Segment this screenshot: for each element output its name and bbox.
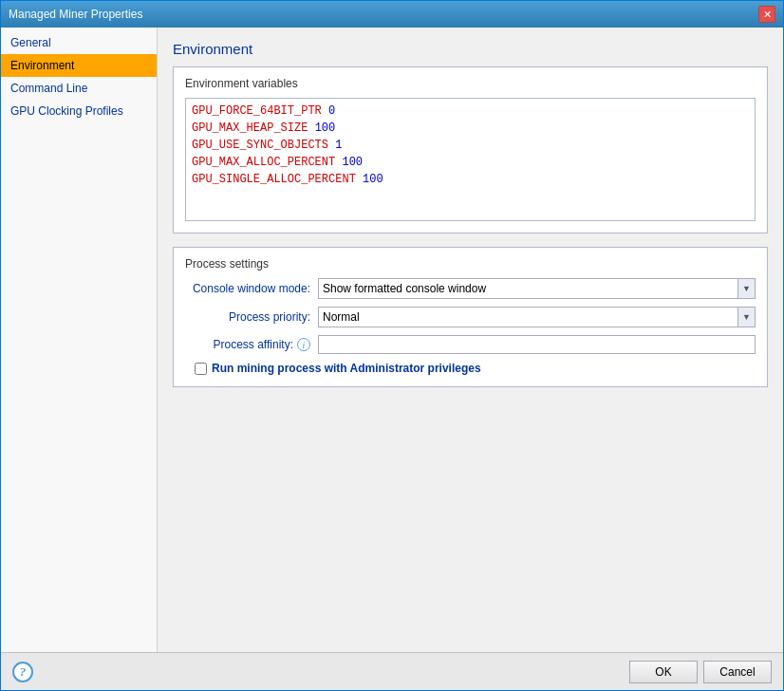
env-text-container: GPU_FORCE_64BIT_PTR 0 GPU_MAX_HEAP_SIZE … (185, 98, 756, 221)
ok-button[interactable]: OK (629, 661, 698, 683)
help-button[interactable]: ? (12, 662, 33, 682)
env-variables-title: Environment variables (185, 77, 756, 90)
window-title: Managed Miner Properties (9, 8, 142, 21)
close-button[interactable]: ✕ (758, 6, 775, 23)
env-variables-group: Environment variables GPU_FORCE_64BIT_PT… (173, 66, 768, 233)
console-window-mode-arrow: ▼ (737, 279, 755, 298)
process-affinity-row: Process affinity: i (185, 335, 756, 354)
console-window-mode-row: Console window mode: Show formatted cons… (185, 278, 756, 299)
sidebar-item-environment[interactable]: Environment (1, 54, 157, 77)
bottom-bar: ? OK Cancel (1, 652, 783, 690)
title-bar: Managed Miner Properties ✕ (1, 1, 783, 28)
env-line-2: GPU_MAX_HEAP_SIZE 100 (192, 120, 749, 137)
process-settings-group: Process settings Console window mode: Sh… (173, 247, 768, 387)
console-window-mode-label: Console window mode: (185, 282, 318, 295)
admin-privileges-checkbox[interactable] (195, 363, 207, 375)
env-line-1: GPU_FORCE_64BIT_PTR 0 (192, 103, 749, 120)
process-priority-dropdown[interactable]: Normal ▼ (318, 307, 756, 327)
console-window-mode-dropdown[interactable]: Show formatted console window ▼ (318, 278, 756, 299)
bottom-buttons: OK Cancel (629, 661, 772, 683)
process-priority-label: Process priority: (185, 310, 318, 324)
dialog-body: General Environment Command Line GPU Clo… (1, 28, 783, 652)
sidebar-item-gpu-clocking[interactable]: GPU Clocking Profiles (1, 100, 157, 122)
admin-privileges-row: Run mining process with Administrator pr… (185, 362, 756, 375)
sidebar-item-command-line[interactable]: Command Line (1, 77, 157, 100)
process-affinity-info-icon[interactable]: i (297, 338, 310, 351)
section-title: Environment (173, 41, 768, 57)
admin-privileges-label: Run mining process with Administrator pr… (212, 362, 481, 375)
process-affinity-label: Process affinity: i (185, 338, 318, 351)
main-content: Environment Environment variables GPU_FO… (158, 28, 783, 652)
env-line-5: GPU_SINGLE_ALLOC_PERCENT 100 (192, 171, 749, 188)
process-priority-row: Process priority: Normal ▼ (185, 307, 756, 327)
dialog-window: Managed Miner Properties ✕ General Envir… (0, 0, 784, 691)
process-priority-value: Normal (323, 310, 736, 324)
sidebar-item-general[interactable]: General (1, 31, 157, 54)
process-priority-arrow: ▼ (737, 308, 755, 327)
cancel-button[interactable]: Cancel (703, 661, 772, 683)
env-variables-area[interactable]: GPU_FORCE_64BIT_PTR 0 GPU_MAX_HEAP_SIZE … (185, 98, 756, 221)
env-line-4: GPU_MAX_ALLOC_PERCENT 100 (192, 154, 749, 171)
console-window-mode-value: Show formatted console window (323, 282, 736, 295)
process-settings-title: Process settings (185, 257, 756, 271)
sidebar: General Environment Command Line GPU Clo… (1, 28, 158, 652)
env-line-3: GPU_USE_SYNC_OBJECTS 1 (192, 137, 749, 154)
process-affinity-input[interactable] (318, 335, 756, 354)
